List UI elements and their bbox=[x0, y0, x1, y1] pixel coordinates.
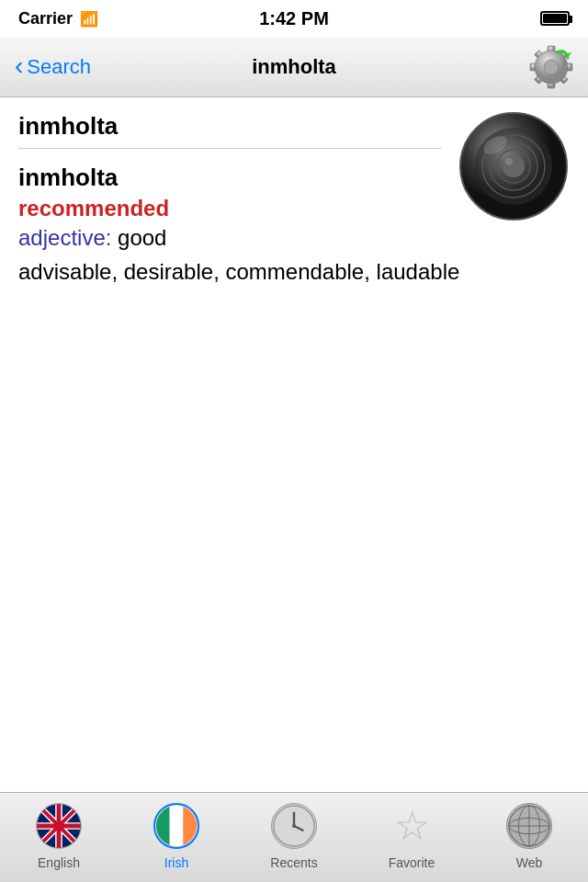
svg-rect-30 bbox=[155, 805, 170, 847]
chevron-left-icon: ‹ bbox=[15, 53, 23, 79]
carrier-label: Carrier bbox=[18, 9, 73, 28]
recents-tab-icon bbox=[270, 802, 318, 850]
star-icon: ☆ bbox=[394, 806, 430, 846]
nav-title: inmholta bbox=[252, 55, 336, 79]
tab-bar: English Irish bbox=[0, 792, 588, 882]
wifi-icon: 📶 bbox=[80, 10, 98, 28]
status-bar: Carrier 📶 1:42 PM bbox=[0, 0, 588, 37]
tab-recents[interactable]: Recents bbox=[235, 802, 353, 870]
tab-web[interactable]: Web bbox=[470, 802, 588, 870]
word-synonyms: advisable, desirable, commendable, lauda… bbox=[18, 256, 570, 288]
web-tab-icon bbox=[505, 802, 553, 850]
gear-icon bbox=[529, 45, 573, 89]
pos-value: good bbox=[111, 225, 166, 250]
ireland-flag-icon bbox=[153, 803, 199, 849]
english-tab-icon bbox=[35, 802, 83, 850]
svg-point-36 bbox=[292, 824, 296, 828]
pos-label: adjective: bbox=[18, 225, 111, 250]
tab-irish[interactable]: Irish bbox=[118, 802, 235, 870]
svg-rect-31 bbox=[170, 805, 184, 847]
uk-flag-icon bbox=[36, 803, 82, 849]
back-button[interactable]: ‹ Search bbox=[15, 55, 91, 79]
word-pos: adjective: good bbox=[18, 225, 570, 251]
battery-icon bbox=[540, 11, 570, 26]
divider bbox=[18, 148, 441, 149]
speaker-button[interactable] bbox=[454, 107, 573, 226]
tab-favorite[interactable]: ☆ Favorite bbox=[353, 802, 470, 870]
speaker-icon bbox=[454, 107, 573, 226]
status-left: Carrier 📶 bbox=[18, 9, 98, 28]
svg-point-17 bbox=[505, 158, 513, 165]
web-tab-label: Web bbox=[516, 855, 543, 870]
status-time: 1:42 PM bbox=[259, 8, 329, 29]
back-label: Search bbox=[27, 55, 91, 79]
settings-gear-button[interactable] bbox=[529, 45, 573, 89]
irish-tab-icon bbox=[153, 802, 200, 850]
globe-icon bbox=[506, 803, 552, 849]
svg-point-9 bbox=[544, 60, 559, 74]
recents-tab-label: Recents bbox=[270, 855, 317, 870]
content-area: inmholta inmholta recommended adjective:… bbox=[0, 97, 588, 302]
nav-bar: ‹ Search inmholta bbox=[0, 37, 588, 97]
irish-tab-label: Irish bbox=[164, 855, 188, 870]
clock-icon bbox=[271, 803, 317, 849]
svg-rect-32 bbox=[183, 805, 198, 847]
english-tab-label: English bbox=[38, 855, 80, 870]
tab-english[interactable]: English bbox=[0, 802, 118, 870]
status-right bbox=[540, 11, 570, 26]
svg-point-16 bbox=[503, 155, 525, 177]
favorite-tab-label: Favorite bbox=[389, 855, 435, 870]
favorite-tab-icon: ☆ bbox=[388, 802, 435, 850]
